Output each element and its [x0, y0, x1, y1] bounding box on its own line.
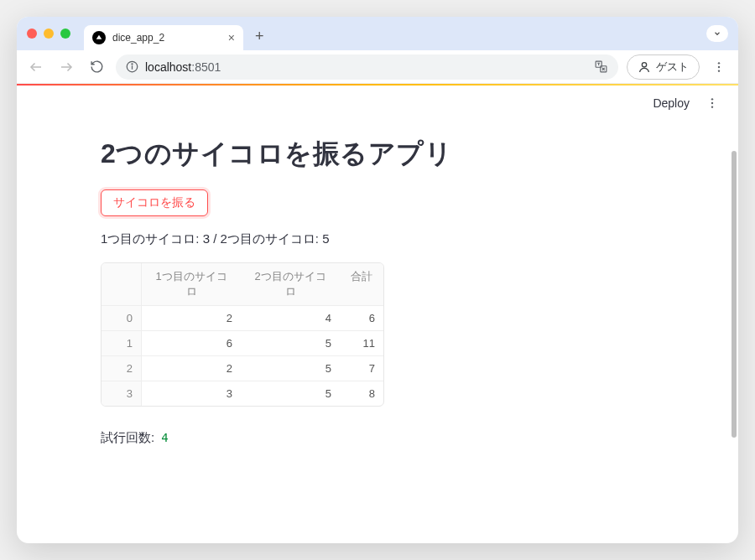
profile-guest-button[interactable]: ゲスト: [627, 54, 700, 80]
table-header-cell: 2つ目のサイコロ: [241, 263, 340, 306]
table-row: 2 2 5 7: [102, 356, 383, 381]
table-cell: 3: [142, 381, 241, 406]
table-cell: 11: [340, 331, 383, 356]
table-header-index: [102, 263, 142, 306]
table-cell: 6: [340, 306, 383, 331]
tab-bar: dice_app_2 × +: [17, 17, 738, 50]
scrollbar[interactable]: [732, 151, 737, 510]
trial-count-line: 試行回数: 4: [101, 430, 654, 446]
nav-reload-button[interactable]: [86, 56, 107, 78]
translate-icon[interactable]: [594, 60, 608, 74]
svg-point-11: [642, 62, 646, 66]
roll-dice-button[interactable]: サイコロを振る: [101, 189, 208, 216]
svg-point-15: [711, 98, 713, 100]
table-cell: 4: [241, 306, 340, 331]
table-cell: 6: [142, 331, 241, 356]
trial-count-value: 4: [161, 431, 168, 444]
table-header-cell: 1つ目のサイコロ: [142, 263, 241, 306]
nav-forward-button[interactable]: [55, 56, 77, 78]
svg-point-4: [132, 64, 133, 65]
tab-title: dice_app_2: [112, 32, 221, 44]
table-index-cell: 1: [102, 331, 142, 356]
browser-window: dice_app_2 × + localhost:8501: [17, 17, 738, 543]
result-text: 1つ目のサイコロ: 3 / 2つ目のサイコロ: 5: [101, 231, 654, 247]
window-maximize-button[interactable]: [60, 29, 70, 39]
app-column: 2つのサイコロを振るアプリ サイコロを振る 1つ目のサイコロ: 3 / 2つ目の…: [101, 136, 654, 446]
browser-menu-button[interactable]: [708, 56, 730, 78]
url-host: localhost:8501: [145, 60, 221, 74]
browser-tab[interactable]: dice_app_2 ×: [84, 25, 243, 50]
table-cell: 5: [241, 381, 340, 406]
table-index-cell: 2: [102, 356, 142, 381]
trial-label: 試行回数:: [101, 430, 154, 444]
tab-close-icon[interactable]: ×: [228, 31, 235, 44]
table-index-cell: 3: [102, 381, 142, 406]
streamlit-menu-button[interactable]: [701, 92, 723, 114]
scrollbar-thumb[interactable]: [732, 151, 737, 438]
table-row: 3 3 5 8: [102, 381, 383, 406]
nav-back-button[interactable]: [25, 56, 47, 78]
address-bar: localhost:8501 ゲスト: [17, 50, 738, 84]
table-row: 0 2 4 6: [102, 306, 383, 331]
table-cell: 2: [142, 306, 241, 331]
site-info-icon[interactable]: [126, 60, 138, 73]
svg-point-12: [718, 62, 720, 64]
tab-bar-right: [706, 25, 728, 42]
table-row: 1 6 5 11: [102, 331, 383, 356]
table-cell: 2: [142, 356, 241, 381]
new-tab-button[interactable]: +: [250, 28, 269, 45]
window-close-button[interactable]: [27, 29, 37, 39]
svg-point-17: [711, 106, 713, 107]
streamlit-favicon: [92, 31, 106, 44]
results-table[interactable]: 1つ目のサイコロ 2つ目のサイコロ 合計 0 2 4 6 1 6 5 1: [101, 262, 384, 407]
table-index-cell: 0: [102, 306, 142, 331]
page-title: 2つのサイコロを振るアプリ: [101, 136, 654, 173]
guest-label: ゲスト: [656, 60, 689, 75]
svg-point-13: [718, 65, 720, 67]
deploy-button[interactable]: Deploy: [653, 96, 690, 110]
svg-point-14: [718, 70, 720, 71]
table-cell: 8: [340, 381, 383, 406]
app-body: 2つのサイコロを振るアプリ サイコロを振る 1つ目のサイコロ: 3 / 2つ目の…: [17, 86, 738, 446]
table-cell: 5: [241, 356, 340, 381]
traffic-lights: [27, 29, 70, 39]
window-minimize-button[interactable]: [44, 29, 54, 39]
table-cell: 7: [340, 356, 383, 381]
svg-point-16: [711, 102, 713, 104]
table-cell: 5: [241, 331, 340, 356]
url-bar[interactable]: localhost:8501: [116, 54, 618, 80]
streamlit-toolbar: Deploy: [653, 92, 723, 114]
table-header-cell: 合計: [340, 263, 383, 306]
page-content: Deploy 2つのサイコロを振るアプリ サイコロを振る 1つ目のサイコロ: 3…: [17, 84, 738, 543]
table-header-row: 1つ目のサイコロ 2つ目のサイコロ 合計: [102, 263, 383, 306]
tabs-dropdown-button[interactable]: [706, 25, 728, 42]
